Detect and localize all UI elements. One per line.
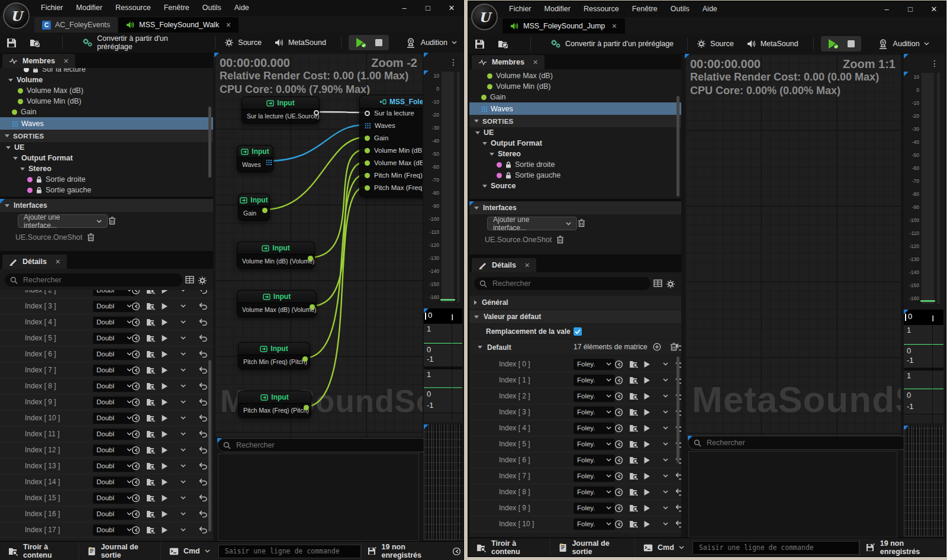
caret-down-icon[interactable] [20,168,25,170]
input-node[interactable]: InputVolume Min (dB) (Volume) [237,242,315,269]
element-type-dropdown[interactable]: Doubl [93,290,136,296]
expand-row-icon[interactable] [663,458,668,462]
browse-to-asset-icon[interactable] [629,376,639,384]
panel-close-icon[interactable]: ✕ [524,262,530,269]
reset-array-icon[interactable] [675,343,681,350]
preview-play-icon[interactable] [643,361,650,368]
trigger-pin[interactable] [314,110,319,115]
tree-item[interactable]: Sortie gauche [469,170,681,181]
wire[interactable] [315,112,365,112]
expand-row-icon[interactable] [181,416,186,420]
reset-to-default-icon[interactable] [199,334,207,342]
cmd-dropdown-button[interactable]: Cmd [161,542,218,560]
members-scrollbar[interactable] [677,96,679,197]
tree-item[interactable]: Volume [0,75,213,85]
expand-row-icon[interactable] [663,394,668,398]
tree-item[interactable]: Sortie gauche [0,185,213,195]
browse-to-asset-icon[interactable] [146,318,156,326]
content-drawer-button[interactable]: Tiroir à contenu [468,538,550,556]
unsaved-changes-button[interactable]: *19 non enregistrés [859,538,946,556]
caret-down-icon[interactable] [8,79,13,82]
element-type-dropdown[interactable]: Foley. [574,519,615,530]
tree-item[interactable]: Output Format [469,138,681,149]
input-node[interactable]: InputVolume Max (dB) (Volume) [237,290,317,317]
source-button[interactable]: Source [690,34,740,54]
members-scrollbar[interactable] [208,107,211,178]
expand-row-icon[interactable] [663,426,668,430]
asset-tab[interactable]: MSS_FoleySound_Jump✕ [503,18,625,34]
element-type-dropdown[interactable]: Doubl [93,445,136,456]
preview-play-icon[interactable] [643,424,650,432]
float-pin[interactable] [262,208,268,213]
float-pin[interactable] [365,136,370,141]
browse-to-asset-icon[interactable] [629,392,639,400]
browse-to-asset-icon[interactable] [146,382,156,390]
meter-menu-kebab-icon[interactable]: ⋮ [930,59,939,68]
add-interface-dropdown[interactable]: Ajouter une interface... [18,214,108,228]
element-type-dropdown[interactable]: Doubl [93,397,136,408]
tree-item[interactable]: Sortie droite [469,159,681,170]
tree-section-outputs[interactable]: SORTIES [469,115,681,127]
expand-row-icon[interactable] [181,290,186,292]
float-pin[interactable] [304,405,309,410]
element-type-dropdown[interactable]: Doubl [93,429,136,440]
tree-item[interactable]: Source [469,181,681,191]
browse-to-asset-icon[interactable] [629,408,639,416]
use-selected-asset-icon[interactable] [131,414,140,423]
input-node[interactable]: InputPitch Min (Freq) (Pitch) [238,342,310,369]
expand-row-icon[interactable] [663,474,668,478]
menu-outils[interactable]: Outils [196,0,228,16]
use-selected-asset-icon[interactable] [614,488,623,497]
menu-modifier[interactable]: Modifier [538,1,577,17]
preview-play-icon[interactable] [161,462,168,470]
element-type-dropdown[interactable]: Doubl [93,413,136,424]
menu-fichier[interactable]: Fichier [503,1,538,17]
tree-section-outputs[interactable]: SORTIES [0,130,213,142]
element-type-dropdown[interactable]: Foley. [574,503,615,514]
browse-to-asset-icon[interactable] [146,398,156,406]
element-type-dropdown[interactable]: Foley. [574,375,615,386]
element-type-dropdown[interactable]: Foley. [574,407,615,418]
browse-to-asset-icon[interactable] [146,290,156,294]
expand-row-icon[interactable] [181,384,186,388]
element-type-dropdown[interactable]: Doubl [93,493,136,504]
float-pin[interactable] [365,148,370,153]
tree-item[interactable]: Stereo [469,149,681,159]
tree-item[interactable]: Sur la lecture [0,68,213,75]
tree-item[interactable]: Volume Max (dB) [469,70,681,81]
reset-to-default-icon[interactable] [675,472,681,479]
save-button[interactable] [0,33,23,53]
use-selected-asset-icon[interactable] [614,392,623,401]
panel-close-icon[interactable]: ✕ [63,57,69,65]
metasound-button[interactable]: MetaSound [268,33,333,53]
command-line-input[interactable] [224,546,356,556]
preview-play-icon[interactable] [161,510,168,518]
browse-to-asset-icon[interactable] [146,414,156,422]
element-type-dropdown[interactable]: Foley. [574,487,615,498]
convert-preset-button[interactable]: Convertir à partir d'un préréglage [76,33,208,53]
browse-to-asset-icon[interactable] [629,488,639,496]
browse-to-asset-icon[interactable] [146,494,156,502]
reset-to-default-icon[interactable] [199,462,207,469]
browse-to-asset-icon[interactable] [146,334,156,342]
input-node[interactable]: InputPitch Max (Freq) (Pitch) [238,391,311,418]
waves-array-pin[interactable] [365,123,371,128]
reset-to-default-icon[interactable] [199,350,207,358]
audition-button[interactable]: Audition [871,34,936,54]
audition-button[interactable]: Audition [398,33,463,53]
close-button[interactable]: ✕ [440,0,463,16]
preview-play-icon[interactable] [161,494,168,502]
menu-fenetre[interactable]: Fenêtre [157,0,196,16]
browse-to-asset-icon[interactable] [146,446,156,454]
reset-to-default-icon[interactable] [199,290,207,294]
use-selected-asset-icon[interactable] [614,440,623,449]
close-button[interactable]: ✕ [922,1,946,17]
tab-members[interactable]: Membres✕ [2,54,75,68]
source-button[interactable]: Source [218,33,268,53]
expand-row-icon[interactable] [663,506,668,510]
browse-to-asset-icon[interactable] [146,462,156,470]
minimize-button[interactable]: – [875,1,898,17]
preview-play-icon[interactable] [161,318,168,326]
float-pin[interactable] [310,304,315,310]
use-selected-asset-icon[interactable] [614,520,623,529]
